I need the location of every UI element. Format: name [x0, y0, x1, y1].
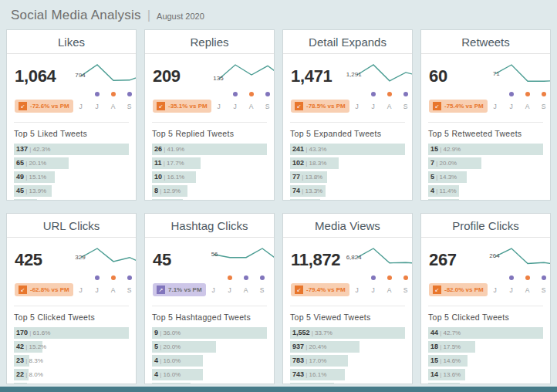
top5-bar[interactable]: 8 | 12.9%: [152, 185, 267, 197]
purple-dot[interactable]: [95, 92, 100, 96]
top5-bar[interactable]: 937 | 20.4%: [290, 341, 405, 353]
top5-bar[interactable]: 15 | 14.6%: [428, 355, 543, 367]
top5-bar[interactable]: 65 | 20.1%: [14, 157, 129, 169]
spark-start-label: 794: [75, 72, 85, 79]
orange-dot[interactable]: [111, 275, 116, 280]
bar-percent: 14.6%: [444, 357, 461, 364]
top5-bar[interactable]: 1,552 | 33.7%: [290, 327, 405, 339]
top5-bar[interactable]: 19 | 6.9%: [14, 383, 129, 384]
month-dots: [489, 275, 551, 282]
top5-bar[interactable]: 7 | 11.3%: [152, 199, 267, 201]
month-label: S: [258, 286, 266, 294]
top5-bar[interactable]: 5 | 20.0%: [152, 341, 267, 353]
trend-badge-label: -35.1% vs PM: [168, 103, 208, 110]
top5-bar[interactable]: 10 | 16.1%: [152, 171, 267, 183]
top5-bar[interactable]: 12 | 11.7%: [428, 383, 543, 384]
top5-bar[interactable]: 3 | 12.0%: [152, 383, 267, 384]
top5-bar[interactable]: 4 | 11.4%: [428, 185, 543, 197]
top5-bar[interactable]: 783 | 17.0%: [290, 355, 405, 367]
top5-bar[interactable]: 77 | 13.8%: [290, 171, 405, 183]
month-axis: JJASO: [489, 286, 551, 296]
orange-dot[interactable]: [228, 275, 232, 280]
top5-bar[interactable]: 63 | 11.3%: [290, 199, 405, 201]
top5-bar[interactable]: 45 | 13.9%: [14, 185, 129, 197]
bar-label: 18 | 17.5%: [428, 341, 543, 353]
top5-bar[interactable]: 743 | 16.1%: [290, 369, 405, 380]
kpi-row: 60 ↙ -75.4% vs PM 71 39 JJASO: [421, 54, 550, 116]
cards-grid: Likes 1,064 ↙ -72.6% vs PM 794 944 JJASO…: [0, 28, 557, 384]
bar-percent: 61.6%: [33, 329, 51, 336]
top5-bar[interactable]: 102 | 18.3%: [290, 157, 405, 169]
top5-bar[interactable]: 241 | 43.3%: [290, 144, 405, 155]
purple-dot[interactable]: [542, 275, 546, 280]
bar-percent: 12.9%: [164, 188, 181, 194]
bar-label: 4 | 16.0%: [152, 369, 267, 380]
top5-bar[interactable]: 23 | 8.3%: [14, 355, 129, 367]
top5-bar[interactable]: 18 | 17.5%: [428, 341, 543, 353]
top5-bar[interactable]: 9 | 36.0%: [152, 327, 267, 339]
bar-value: 14: [430, 370, 438, 378]
purple-dot[interactable]: [127, 92, 132, 96]
top5-bar[interactable]: 44 | 42.7%: [428, 327, 543, 339]
top5-bar[interactable]: 15 | 42.9%: [428, 144, 543, 155]
top5-bar[interactable]: 28 | 8.6%: [14, 199, 129, 201]
purple-dot[interactable]: [127, 275, 132, 280]
kpi-card: Replies 209 ↙ -35.1% vs PM 135 148 JJASO…: [144, 29, 275, 201]
orange-dot[interactable]: [387, 92, 392, 96]
orange-dot[interactable]: [525, 92, 530, 96]
purple-dot[interactable]: [265, 92, 270, 96]
orange-dot[interactable]: [249, 92, 254, 96]
purple-dot[interactable]: [260, 275, 265, 280]
bar-percent: 13.8%: [306, 174, 323, 181]
top5-title: Top 5 Viewed Tweets: [290, 313, 405, 322]
top5-bar[interactable]: 42 | 15.2%: [14, 341, 129, 353]
trend-badge: ↗ 7.1% vs PM: [153, 283, 206, 296]
top5-bar[interactable]: 14 | 13.6%: [428, 369, 543, 380]
bar-value: 42: [16, 343, 24, 350]
bar-label: 26 | 41.9%: [152, 144, 267, 155]
bar-value: 44: [430, 329, 438, 336]
top5-bar[interactable]: 22 | 8.0%: [14, 369, 129, 380]
top5-bar[interactable]: 4 | 16.0%: [152, 369, 267, 380]
top5-bar[interactable]: 49 | 15.1%: [14, 171, 129, 183]
orange-dot[interactable]: [111, 92, 116, 96]
kpi-row: 11,872 ↙ -79.4% vs PM 6,824 5,396 JJASO: [283, 238, 412, 299]
top5-bar[interactable]: 4 | 16.0%: [152, 355, 267, 367]
bar-percent: 11.4%: [440, 188, 457, 194]
top5-bar[interactable]: 11 | 17.7%: [152, 157, 267, 169]
bar-value: 743: [292, 370, 304, 378]
trend-badge-label: 7.1% vs PM: [168, 286, 202, 293]
orange-dot[interactable]: [387, 275, 392, 280]
bar-percent: 16.1%: [309, 371, 327, 378]
purple-dot[interactable]: [403, 92, 408, 96]
purple-dot[interactable]: [244, 275, 248, 280]
month-axis: JJASO: [351, 103, 413, 112]
purple-dot[interactable]: [371, 275, 376, 280]
purple-dot[interactable]: [233, 92, 238, 96]
kpi-left: 425 ↙ -62.8% vs PM: [15, 244, 73, 298]
orange-dot[interactable]: [525, 275, 530, 280]
bar-value: 77: [292, 173, 300, 181]
purple-dot[interactable]: [95, 275, 100, 280]
orange-dot[interactable]: [542, 92, 546, 96]
top5-bar[interactable]: 5 | 14.3%: [428, 171, 543, 183]
top5-bar[interactable]: 137 | 42.3%: [14, 144, 129, 155]
card-title: Hashtag Clicks: [145, 214, 274, 238]
purple-dot[interactable]: [509, 275, 514, 280]
sparkline-chart[interactable]: [208, 245, 275, 273]
bar-value: 10: [154, 173, 162, 181]
month-label: J: [210, 286, 218, 294]
top5-bar[interactable]: 589 | 12.8%: [290, 383, 405, 384]
trend-arrow-icon: ↙: [433, 286, 441, 294]
orange-dot[interactable]: [403, 275, 408, 280]
top5-bar[interactable]: 26 | 41.9%: [152, 144, 267, 155]
purple-dot[interactable]: [371, 92, 376, 96]
top5-bar[interactable]: 170 | 61.6%: [14, 327, 129, 339]
bar-percent: 20.1%: [29, 160, 47, 167]
top5-bar[interactable]: 4 | 11.4%: [428, 199, 543, 201]
top5-bar[interactable]: 7 | 20.0%: [428, 157, 543, 169]
sparkline-svg[interactable]: [208, 245, 275, 273]
purple-dot[interactable]: [509, 92, 514, 96]
top5-title: Top 5 Clicked Tweets: [428, 313, 543, 322]
top5-bar[interactable]: 74 | 13.3%: [290, 185, 405, 197]
